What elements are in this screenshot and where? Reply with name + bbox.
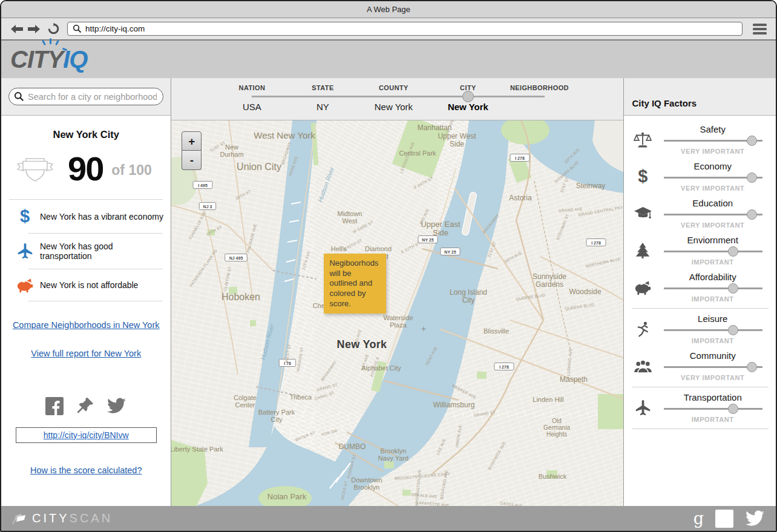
city-highlight-row: New York is not affordable: [1, 269, 171, 301]
page-content: New York City 90 of 100 $New York has: [1, 78, 776, 506]
factor-label: Community: [658, 350, 767, 361]
map-area-label: BrooklynNavy Yard: [378, 447, 408, 462]
factors-panel: City IQ Factors SafetyVERY IMPORTANT$Eco…: [623, 78, 776, 506]
geo-level-neighborhood[interactable]: NEIGHBORHOOD: [510, 84, 569, 102]
google-icon[interactable]: g: [693, 510, 704, 527]
factor-slider-handle[interactable]: [728, 404, 738, 414]
factor-importance-label: IMPORTANT: [658, 337, 767, 344]
factor-slider-handle[interactable]: [747, 172, 757, 183]
city-highlight-text: New York is not affordable: [40, 280, 138, 290]
geo-level-state[interactable]: STATENY: [312, 84, 333, 112]
menu-button[interactable]: [751, 24, 769, 34]
geo-level-value: New York: [448, 102, 488, 112]
url-bar[interactable]: http://city-iq.com: [67, 22, 743, 36]
people-icon: [628, 350, 658, 381]
factor-slider-handle[interactable]: [728, 325, 738, 335]
full-report-link[interactable]: View full report for New York: [31, 349, 141, 358]
reload-icon: [48, 23, 59, 34]
factor-row-leisure: LeisureIMPORTANT: [624, 309, 776, 346]
map-route-shield: I 278: [510, 154, 529, 162]
plane-icon: [628, 392, 658, 423]
factor-label: Safety: [658, 124, 767, 134]
map-zoom-control: + -: [182, 131, 202, 170]
factor-slider-handle[interactable]: [728, 283, 738, 294]
map-area-label: Maspeth: [560, 375, 588, 384]
logo-ray-icon: [55, 40, 59, 45]
footer-brand-scan: SCAN: [70, 511, 113, 525]
facebook-icon[interactable]: [45, 397, 64, 415]
geo-level-value: USA: [239, 102, 266, 112]
factor-slider-track: [664, 251, 762, 252]
geo-level-slider: NATIONUSASTATENYCOUNTYNew YorkCITYNew Yo…: [171, 78, 623, 120]
map-route-shield: I 278: [494, 363, 514, 370]
factor-importance-label: IMPORTANT: [658, 295, 767, 303]
map-route-shield: I 278: [586, 239, 606, 246]
hamburger-icon: [753, 24, 767, 34]
footer-brand-city: CITY: [32, 511, 70, 525]
factor-slider-handle[interactable]: [728, 246, 738, 257]
svg-text:NJ 3: NJ 3: [203, 205, 212, 209]
geo-level-city[interactable]: CITYNew York: [448, 84, 488, 112]
city-highlight-row: $New York has a vibrant economy: [1, 200, 171, 233]
search-input[interactable]: [8, 88, 163, 105]
map-route-shield: NJ 3: [200, 203, 216, 210]
city-summary: New York City 90 of 100 $New York has: [1, 116, 171, 506]
zoom-out-button[interactable]: -: [182, 151, 202, 170]
map-area-label: Hoboken: [221, 292, 260, 302]
graduation-cap-icon: [628, 198, 658, 229]
score-suffix: of 100: [111, 159, 151, 179]
divider: [28, 301, 163, 301]
factor-row-community: CommunityVERY IMPORTANT: [624, 346, 776, 383]
geo-level-label: STATE: [312, 84, 333, 91]
map-area-label: Woodside: [569, 287, 602, 296]
city-highlight-text: New York has a vibrant economy: [40, 212, 163, 222]
factor-label: Leisure: [658, 314, 767, 324]
factor-slider: [658, 403, 767, 415]
map-area-label: Linden Hill: [533, 396, 564, 403]
geo-level-value: NY: [312, 102, 333, 112]
twitter-icon[interactable]: [107, 398, 126, 414]
map[interactable]: NJ 3NJ 495I 495I 278NY 25NY 25I 278I 78I…: [171, 120, 623, 506]
factor-slider: [658, 283, 767, 294]
factor-label: Enviornment: [658, 235, 767, 245]
map-panel: NATIONUSASTATENYCOUNTYNew YorkCITYNew Yo…: [171, 78, 623, 506]
cityscan-logo: CITYSCAN: [12, 511, 113, 525]
city-highlights: $New York has a vibrant economyNew York …: [1, 200, 171, 301]
factor-slider-handle[interactable]: [747, 136, 757, 146]
svg-text:NY 25: NY 25: [422, 238, 434, 242]
factor-slider-track: [664, 140, 762, 142]
scales-icon: [628, 124, 658, 155]
score-row: 90 of 100: [16, 149, 171, 188]
forward-button[interactable]: [25, 24, 42, 34]
zoom-in-button[interactable]: +: [182, 131, 202, 151]
share-url-link[interactable]: http://city-iq/city/BNIvw: [44, 430, 129, 440]
pushpin-icon[interactable]: [76, 396, 94, 415]
tree-icon: [628, 235, 658, 266]
factor-slider-handle[interactable]: [747, 209, 757, 220]
map-area-label: Blissville: [484, 327, 509, 335]
geo-level-nation[interactable]: NATIONUSA: [239, 84, 266, 112]
compare-neighborhoods-link[interactable]: Compare Neighborhoods in New York: [13, 320, 160, 330]
search-icon: [73, 24, 82, 33]
reload-button[interactable]: [46, 23, 61, 34]
score-explainer-link[interactable]: How is the score calculated?: [30, 465, 142, 475]
map-area-label: DowntownBrooklyn: [352, 476, 382, 491]
city-summary-panel: New York City 90 of 100 $New York has: [1, 78, 171, 506]
divider: [632, 429, 769, 429]
map-route-shield: NY 25: [441, 248, 460, 255]
back-button[interactable]: [8, 24, 25, 34]
factor-row-affordability: AffordabilityIMPORTANT: [624, 267, 776, 304]
twitter-icon[interactable]: [745, 510, 765, 527]
map-area-label: DUMBO: [339, 442, 366, 451]
map-area-label: New York: [337, 338, 387, 350]
forward-arrow-icon: [27, 24, 41, 34]
geo-level-county[interactable]: COUNTYNew York: [375, 84, 413, 112]
logo-city-text: CITY: [10, 46, 63, 73]
site-header: CITYIQ: [1, 41, 776, 78]
factor-label: Affordability: [658, 272, 767, 282]
map-area-label: Alphabet City: [362, 364, 402, 372]
factor-slider-track: [664, 287, 762, 289]
factor-importance-label: IMPORTANT: [658, 258, 767, 266]
factor-slider-handle[interactable]: [747, 362, 757, 372]
facebook-icon[interactable]: [715, 510, 733, 528]
